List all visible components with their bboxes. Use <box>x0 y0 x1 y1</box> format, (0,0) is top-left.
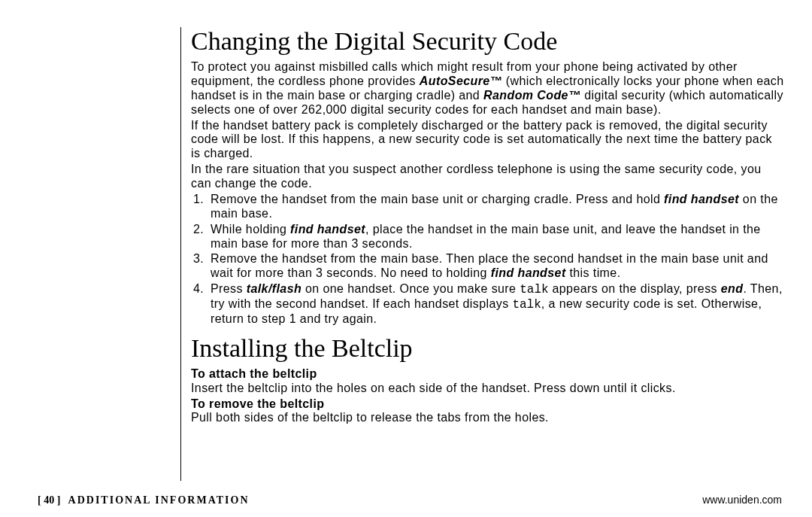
para-remove: Pull both sides of the beltclip to relea… <box>191 411 785 425</box>
para-intro: To protect you against misbilled calls w… <box>191 60 785 117</box>
display-talk: talk <box>512 298 541 312</box>
subhead-remove: To remove the beltclip <box>191 397 785 412</box>
steps-list: Remove the handset from the main base un… <box>191 193 785 327</box>
term-autosecure: AutoSecure™ <box>420 75 502 87</box>
text: Remove the handset from the main base un… <box>211 193 664 205</box>
btn-find-handset: find handset <box>290 223 365 236</box>
step-1: Remove the handset from the main base un… <box>208 193 785 221</box>
btn-talk-flash: talk/flash <box>247 282 301 295</box>
step-3: Remove the handset from the main base. T… <box>208 252 785 281</box>
btn-find-handset: find handset <box>664 193 739 205</box>
text: on one handset. Once you make sure <box>301 282 520 295</box>
para-attach: Insert the beltclip into the holes on ea… <box>191 382 785 396</box>
para-battery: If the handset battery pack is completel… <box>191 119 785 162</box>
page-footer: [ 40 ] ADDITIONAL INFORMATION www.uniden… <box>38 494 782 506</box>
page-content: Changing the Digital Security Code To pr… <box>180 27 789 425</box>
text: While holding <box>211 223 290 236</box>
footer-section: ADDITIONAL INFORMATION <box>68 494 250 506</box>
text: this time. <box>566 266 621 279</box>
term-randomcode: Random Code™ <box>483 89 580 102</box>
manual-page: Changing the Digital Security Code To pr… <box>0 0 812 517</box>
footer-left: [ 40 ] ADDITIONAL INFORMATION <box>38 494 250 506</box>
text: appears on the display, press <box>549 282 721 295</box>
subhead-attach: To attach the beltclip <box>191 367 785 382</box>
step-2: While holding find handset, place the ha… <box>208 223 785 251</box>
page-number: [ 40 ] <box>38 494 60 506</box>
footer-url: www.uniden.com <box>702 494 782 506</box>
btn-end: end <box>721 282 744 295</box>
text: Remove the handset from the main base. T… <box>211 252 768 279</box>
btn-find-handset: find handset <box>491 266 566 279</box>
heading-beltclip: Installing the Beltclip <box>191 334 785 363</box>
step-4: Press talk/flash on one handset. Once yo… <box>208 282 785 327</box>
text: Press <box>211 282 247 295</box>
heading-security-code: Changing the Digital Security Code <box>191 27 785 56</box>
para-change-code: In the rare situation that you suspect a… <box>191 163 785 191</box>
display-talk: talk <box>520 283 548 297</box>
vertical-rule <box>180 27 181 481</box>
